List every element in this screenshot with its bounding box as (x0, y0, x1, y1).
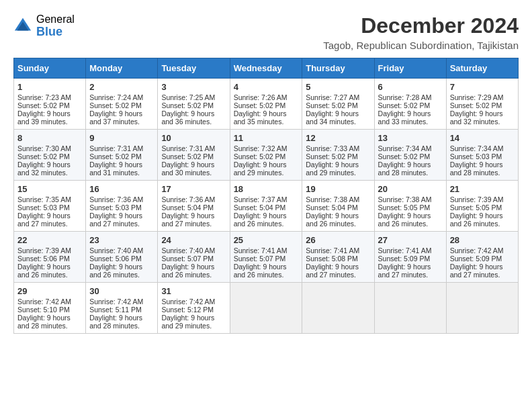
day-info: Daylight: 9 hours and 26 minutes. (89, 263, 154, 279)
calendar-week-row: 1Sunrise: 7:23 AMSunset: 5:02 PMDaylight… (14, 79, 519, 130)
calendar-cell: 8Sunrise: 7:30 AMSunset: 5:02 PMDaylight… (14, 130, 86, 181)
day-info: Sunset: 5:08 PM (306, 255, 370, 263)
day-info: Daylight: 9 hours and 26 minutes. (161, 263, 226, 279)
day-number: 15 (17, 184, 82, 194)
day-number: 8 (17, 133, 82, 143)
logo-blue: Blue (36, 26, 75, 39)
day-number: 13 (378, 133, 443, 143)
day-number: 11 (234, 133, 299, 143)
day-info: Daylight: 9 hours and 35 minutes. (234, 109, 299, 126)
calendar-cell: 1Sunrise: 7:23 AMSunset: 5:02 PMDaylight… (14, 79, 86, 130)
day-info: Sunrise: 7:35 AM (17, 195, 82, 203)
day-info: Sunset: 5:02 PM (161, 152, 226, 161)
day-info: Sunrise: 7:40 AM (89, 246, 154, 255)
day-info: Sunset: 5:02 PM (17, 152, 82, 161)
day-info: Daylight: 9 hours and 30 minutes. (161, 161, 226, 177)
day-number: 3 (161, 82, 226, 92)
calendar-cell: 23Sunrise: 7:40 AMSunset: 5:06 PMDayligh… (86, 232, 158, 283)
day-info: Sunset: 5:05 PM (378, 203, 443, 212)
day-number: 25 (234, 235, 299, 245)
day-number: 30 (89, 286, 154, 296)
calendar-week-row: 15Sunrise: 7:35 AMSunset: 5:03 PMDayligh… (14, 181, 519, 232)
day-info: Daylight: 9 hours and 34 minutes. (306, 109, 370, 126)
day-info: Sunrise: 7:28 AM (378, 93, 443, 101)
day-info: Sunset: 5:03 PM (89, 203, 154, 212)
calendar-week-row: 29Sunrise: 7:42 AMSunset: 5:10 PMDayligh… (14, 283, 519, 334)
day-info: Sunrise: 7:38 AM (378, 195, 443, 203)
day-info: Daylight: 9 hours and 28 minutes. (89, 314, 154, 330)
logo: General Blue (13, 13, 75, 38)
calendar-cell: 12Sunrise: 7:33 AMSunset: 5:02 PMDayligh… (302, 130, 374, 181)
day-number: 12 (306, 133, 370, 143)
calendar-cell: 2Sunrise: 7:24 AMSunset: 5:02 PMDaylight… (86, 79, 158, 130)
day-number: 7 (450, 82, 515, 92)
day-info: Sunrise: 7:33 AM (306, 144, 370, 152)
day-info: Daylight: 9 hours and 26 minutes. (450, 212, 515, 228)
day-info: Sunset: 5:02 PM (450, 101, 515, 109)
calendar-cell: 19Sunrise: 7:38 AMSunset: 5:04 PMDayligh… (302, 181, 374, 232)
day-info: Sunrise: 7:31 AM (89, 144, 154, 152)
day-info: Sunrise: 7:29 AM (450, 93, 515, 101)
day-info: Sunrise: 7:27 AM (306, 93, 370, 101)
day-number: 19 (306, 184, 370, 194)
day-info: Sunset: 5:11 PM (89, 306, 154, 314)
month-title: December 2024 (323, 13, 519, 38)
calendar-week-row: 8Sunrise: 7:30 AMSunset: 5:02 PMDaylight… (14, 130, 519, 181)
day-info: Sunrise: 7:34 AM (450, 144, 515, 152)
day-info: Sunset: 5:04 PM (306, 203, 370, 212)
calendar-cell: 29Sunrise: 7:42 AMSunset: 5:10 PMDayligh… (14, 283, 86, 334)
weekday-header: Wednesday (230, 58, 302, 79)
day-number: 6 (378, 82, 443, 92)
day-info: Sunset: 5:07 PM (161, 255, 226, 263)
calendar-cell: 21Sunrise: 7:39 AMSunset: 5:05 PMDayligh… (446, 181, 518, 232)
day-number: 31 (161, 286, 226, 296)
day-info: Sunset: 5:05 PM (450, 203, 515, 212)
day-info: Daylight: 9 hours and 27 minutes. (306, 263, 370, 279)
day-number: 10 (161, 133, 226, 143)
calendar-cell: 22Sunrise: 7:39 AMSunset: 5:06 PMDayligh… (14, 232, 86, 283)
day-info: Sunset: 5:02 PM (378, 152, 443, 161)
calendar-cell: 24Sunrise: 7:40 AMSunset: 5:07 PMDayligh… (158, 232, 230, 283)
day-info: Sunset: 5:06 PM (17, 255, 82, 263)
day-info: Daylight: 9 hours and 29 minutes. (306, 161, 370, 177)
day-info: Sunrise: 7:23 AM (17, 93, 82, 101)
calendar-cell: 4Sunrise: 7:26 AMSunset: 5:02 PMDaylight… (230, 79, 302, 130)
day-info: Sunset: 5:02 PM (306, 101, 370, 109)
day-info: Sunrise: 7:34 AM (378, 144, 443, 152)
calendar-cell: 31Sunrise: 7:42 AMSunset: 5:12 PMDayligh… (158, 283, 230, 334)
day-info: Daylight: 9 hours and 27 minutes. (89, 212, 154, 228)
day-info: Daylight: 9 hours and 29 minutes. (234, 161, 299, 177)
weekday-header: Friday (374, 58, 446, 79)
location: Tagob, Republican Subordination, Tajikis… (323, 40, 519, 51)
day-info: Sunrise: 7:39 AM (450, 195, 515, 203)
day-number: 24 (161, 235, 226, 245)
calendar-cell (374, 283, 446, 334)
day-number: 21 (450, 184, 515, 194)
day-info: Sunset: 5:03 PM (450, 152, 515, 161)
day-info: Sunrise: 7:41 AM (306, 246, 370, 255)
day-info: Sunset: 5:03 PM (17, 203, 82, 212)
day-info: Daylight: 9 hours and 33 minutes. (378, 109, 443, 126)
calendar-cell (302, 283, 374, 334)
day-info: Sunrise: 7:37 AM (234, 195, 299, 203)
day-number: 23 (89, 235, 154, 245)
weekday-header-row: SundayMondayTuesdayWednesdayThursdayFrid… (14, 58, 519, 79)
day-info: Sunrise: 7:42 AM (450, 246, 515, 255)
day-info: Sunset: 5:02 PM (89, 152, 154, 161)
calendar-table: SundayMondayTuesdayWednesdayThursdayFrid… (13, 58, 519, 334)
logo-icon (13, 17, 32, 36)
day-info: Sunset: 5:02 PM (17, 101, 82, 109)
day-number: 16 (89, 184, 154, 194)
day-number: 5 (306, 82, 370, 92)
day-info: Sunrise: 7:42 AM (161, 298, 226, 306)
day-info: Sunrise: 7:41 AM (378, 246, 443, 255)
day-info: Daylight: 9 hours and 32 minutes. (17, 161, 82, 177)
day-info: Sunrise: 7:36 AM (161, 195, 226, 203)
logo-general: General (36, 13, 75, 26)
day-info: Daylight: 9 hours and 26 minutes. (306, 212, 370, 228)
day-info: Sunset: 5:06 PM (89, 255, 154, 263)
day-info: Sunrise: 7:36 AM (89, 195, 154, 203)
day-info: Daylight: 9 hours and 28 minutes. (450, 161, 515, 177)
day-info: Daylight: 9 hours and 27 minutes. (161, 212, 226, 228)
calendar-cell: 3Sunrise: 7:25 AMSunset: 5:02 PMDaylight… (158, 79, 230, 130)
